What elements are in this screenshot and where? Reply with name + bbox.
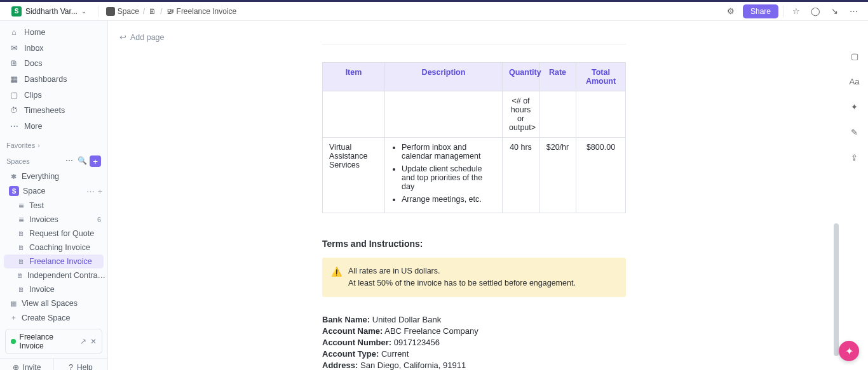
- cell-rate: [539, 91, 576, 138]
- plus-icon[interactable]: +: [97, 187, 102, 196]
- tree-item-label: Freelance Invoice: [29, 257, 92, 266]
- space-badge-icon: S: [9, 186, 19, 196]
- warning-callout: ⚠️ All rates are in US dollars. At least…: [322, 258, 626, 297]
- sidebar-nav-item[interactable]: 🗎Docs: [0, 56, 107, 71]
- nav-item-label: More: [24, 122, 42, 131]
- favorites-label: Favorites: [6, 142, 35, 149]
- sidebar-nav-item[interactable]: ✉Inbox: [0, 40, 107, 56]
- search-icon[interactable]: 🔍: [77, 155, 87, 166]
- cell-item: [323, 91, 385, 138]
- count-badge: 6: [97, 216, 107, 223]
- close-icon[interactable]: ✕: [90, 337, 97, 346]
- fab-button[interactable]: ✦: [839, 341, 859, 361]
- sidebar-nav-item[interactable]: ▢Clips: [0, 87, 107, 103]
- th-item: Item: [323, 63, 385, 91]
- scrollbar[interactable]: [832, 21, 840, 370]
- nav-item-label: Dashboards: [24, 75, 67, 84]
- account-type-value: Current: [381, 349, 409, 359]
- nav-item-label: Inbox: [24, 44, 44, 53]
- breadcrumb: Space / 🗎 / 🖳 Freelance Invoice: [106, 7, 236, 16]
- more-icon[interactable]: ⋯: [846, 4, 860, 18]
- add-page-button[interactable]: ↩ Add page: [119, 32, 165, 42]
- sidebar-nav-item[interactable]: ⏱Timesheets: [0, 103, 107, 118]
- sidebar-tree-item[interactable]: 🗎Invoice: [0, 282, 107, 296]
- more-icon[interactable]: ⋯: [86, 187, 95, 196]
- sidebar-tree-item[interactable]: ≣Invoices6: [0, 213, 107, 227]
- warning-line-2: At least 50% of the invoice has to be se…: [348, 277, 576, 289]
- star-icon[interactable]: ☆: [789, 4, 803, 18]
- sidebar-nav-item[interactable]: ⋯More: [0, 118, 107, 134]
- computer-icon: 🖳: [166, 7, 174, 16]
- cell-item: Virtual Assistance Services: [323, 138, 385, 213]
- document-content: ↩ Add page Item Description Quantity Rat…: [108, 21, 840, 370]
- table-row[interactable]: Virtual Assistance ServicesPerform inbox…: [323, 138, 626, 213]
- add-space-button[interactable]: +: [90, 155, 101, 167]
- bank-name-label: Bank Name:: [322, 315, 370, 324]
- address-label: Address:: [322, 360, 358, 370]
- sidebar-tree-item[interactable]: 🗎Freelance Invoice: [4, 254, 104, 268]
- ai-icon[interactable]: ✦: [848, 100, 862, 114]
- sidebar-tree-item[interactable]: 🗎Request for Quote: [0, 227, 107, 241]
- help-button[interactable]: ? Help: [54, 359, 107, 370]
- sidebar-create-space[interactable]: ＋ Create Space: [0, 310, 107, 325]
- cell-total: [576, 91, 626, 138]
- table-row[interactable]: <# of hours or output>: [323, 91, 626, 138]
- warning-line-1: All rates are in US dollars.: [348, 265, 576, 277]
- sidebar-favorites-header[interactable]: Favorites ›: [0, 138, 107, 152]
- doc-icon: 🗎: [149, 7, 156, 16]
- warning-icon: ⚠️: [331, 265, 342, 289]
- nav-item-icon: ⌂: [9, 28, 19, 37]
- nav-item-label: Clips: [24, 91, 42, 100]
- nav-item-icon: ⋯: [9, 121, 19, 131]
- sidebar-tree-item[interactable]: ≣Test: [0, 199, 107, 213]
- nav-item-icon: ⏱: [9, 106, 19, 115]
- description-bullet: Update client schedule and top prioritie…: [402, 164, 496, 191]
- tree-item-label: Request for Quote: [29, 229, 94, 238]
- panel-icon[interactable]: ▢: [848, 49, 862, 63]
- breadcrumb-space-label: Space: [118, 7, 139, 16]
- open-external-icon[interactable]: ↗: [80, 337, 86, 346]
- account-type-label: Account Type:: [322, 349, 379, 359]
- download-icon[interactable]: ↘: [827, 4, 841, 18]
- settings-icon[interactable]: ⚙: [724, 4, 738, 18]
- sidebar-item-everything[interactable]: ✱ Everything: [0, 169, 107, 183]
- workspace-switcher[interactable]: S Siddharth Var... ⌄: [8, 4, 90, 18]
- nav-item-icon: 🗎: [9, 59, 19, 68]
- cell-quantity: 40 hrs: [503, 138, 539, 213]
- export-icon[interactable]: ⇪: [848, 150, 862, 164]
- description-bullet: Perform inbox and calendar management: [402, 143, 496, 161]
- breadcrumb-space[interactable]: Space: [106, 7, 139, 16]
- help-icon: ?: [69, 363, 73, 370]
- sidebar-nav-item[interactable]: ▦Dashboards: [0, 71, 107, 87]
- sidebar-nav-item[interactable]: ⌂Home: [0, 25, 107, 40]
- sidebar-view-all-spaces[interactable]: ▦ View all Spaces: [0, 296, 107, 310]
- divider: [783, 6, 784, 17]
- add-page-label: Add page: [130, 33, 165, 42]
- share-button[interactable]: Share: [743, 4, 778, 18]
- comment-icon[interactable]: ◯: [808, 4, 822, 18]
- wand-icon[interactable]: ✎: [848, 125, 862, 139]
- spaces-label: Spaces: [6, 157, 30, 165]
- invite-button[interactable]: ⊕ Invite: [0, 359, 54, 370]
- typography-icon[interactable]: Aa: [848, 74, 862, 88]
- address-value: San Diego, California, 91911: [360, 360, 466, 370]
- breadcrumb-doc[interactable]: 🖳 Freelance Invoice: [166, 7, 237, 16]
- tree-item-icon: 🗎: [17, 230, 25, 237]
- sidebar-tree-item[interactable]: 🗎Coaching Invoice: [0, 241, 107, 254]
- workspace-badge: S: [11, 6, 22, 17]
- terms-heading: Terms and Instructions:: [322, 239, 626, 249]
- account-number-label: Account Number:: [322, 338, 391, 347]
- tree-item-icon: ≣: [17, 202, 25, 210]
- breadcrumb-separator: /: [160, 7, 162, 16]
- sidebar-spaces-header: Spaces ⋯ 🔍 +: [0, 152, 107, 169]
- doc-chip-label: Freelance Invoice: [20, 333, 76, 350]
- create-space-label: Create Space: [22, 314, 70, 322]
- divider: [322, 44, 626, 44]
- breadcrumb-list[interactable]: 🗎: [149, 7, 156, 16]
- sidebar-tree-item[interactable]: 🗎Independent Contractor Inv...: [0, 268, 107, 282]
- sidebar-item-space[interactable]: S Space ⋯ +: [0, 183, 107, 199]
- more-icon[interactable]: ⋯: [64, 155, 74, 166]
- open-doc-chip[interactable]: Freelance Invoice ↗ ✕: [5, 329, 102, 354]
- workspace-name: Siddharth Var...: [25, 7, 78, 16]
- description-bullet: Arrange meetings, etc.: [402, 195, 496, 204]
